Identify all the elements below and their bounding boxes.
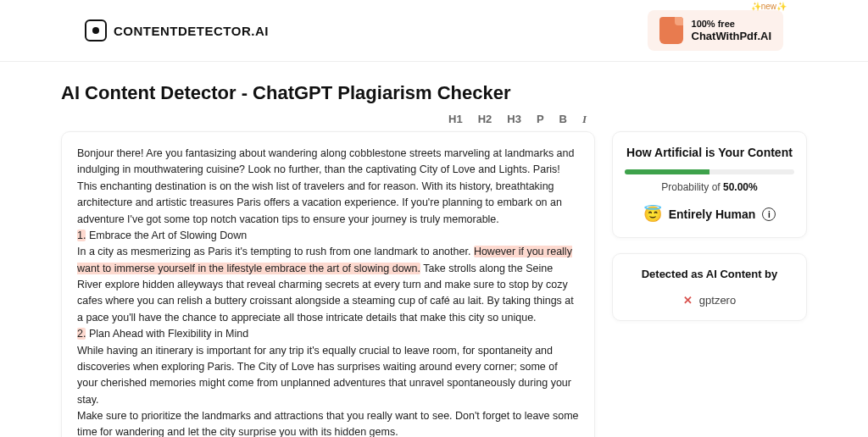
probability-prefix: Probability of xyxy=(661,181,723,193)
heading-text: Plan Ahead with Flexibility in Mind xyxy=(86,328,248,340)
brand-name: CONTENTDETECTOR.AI xyxy=(114,24,269,38)
page-title: AI Content Detector - ChatGPT Plagiarism… xyxy=(61,82,807,104)
format-h1[interactable]: H1 xyxy=(448,113,463,126)
highlight: 1. xyxy=(77,230,86,241)
verdict-label: Entirely Human xyxy=(669,207,756,221)
format-p[interactable]: P xyxy=(537,113,544,126)
promo-banner[interactable]: ✨new✨ 100% free ChatWithPdf.AI xyxy=(648,10,783,51)
editor-content[interactable]: Bonjour there! Are you fantasizing about… xyxy=(77,146,579,437)
info-icon[interactable]: i xyxy=(762,207,776,221)
promo-text: 100% free ChatWithPdf.AI xyxy=(692,19,771,43)
highlight: 2. xyxy=(77,328,86,340)
result-title: How Artificial is Your Content xyxy=(625,146,794,159)
paragraph: While having an itinerary is important f… xyxy=(77,345,571,406)
probability-value: 50.00% xyxy=(723,181,758,193)
logo[interactable]: CONTENTDETECTOR.AI xyxy=(85,19,269,41)
format-toolbar: H1 H2 H3 P B I xyxy=(61,113,807,126)
pdf-icon xyxy=(659,17,683,44)
format-italic[interactable]: I xyxy=(582,113,587,126)
detector-name: gptzero xyxy=(699,294,736,307)
halo-icon: 😇 xyxy=(643,205,662,224)
format-h2[interactable]: H2 xyxy=(478,113,492,126)
header: CONTENTDETECTOR.AI ✨new✨ 100% free ChatW… xyxy=(0,0,868,62)
editor-panel: Bonjour there! Are you fantasizing about… xyxy=(61,131,595,437)
progress-fill xyxy=(625,169,709,174)
format-h3[interactable]: H3 xyxy=(507,113,521,126)
probability-text: Probability of 50.00% xyxy=(625,181,794,193)
new-badge: ✨new✨ xyxy=(751,2,787,11)
heading-text: Embrace the Art of Slowing Down xyxy=(86,230,247,241)
promo-name: ChatWithPdf.AI xyxy=(692,30,771,43)
promo-free-label: 100% free xyxy=(692,19,771,30)
paragraph: In a city as mesmerizing as Paris it's t… xyxy=(77,246,474,257)
logo-icon xyxy=(85,19,107,41)
paragraph: Bonjour there! Are you fantasizing about… xyxy=(77,147,574,225)
result-card: How Artificial is Your Content Probabili… xyxy=(612,131,807,238)
progress-bar xyxy=(625,169,794,174)
detector-item: ✕ gptzero xyxy=(625,294,794,307)
detected-title: Detected as AI Content by xyxy=(625,268,794,280)
x-icon: ✕ xyxy=(683,294,693,307)
paragraph: Make sure to prioritize the landmarks an… xyxy=(77,410,579,437)
format-bold[interactable]: B xyxy=(559,113,567,126)
detected-card: Detected as AI Content by ✕ gptzero xyxy=(612,253,807,321)
